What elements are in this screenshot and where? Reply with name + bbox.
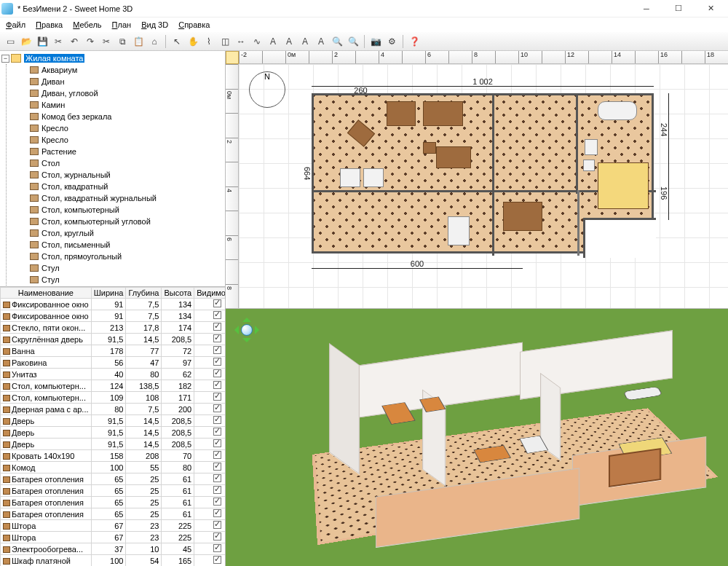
catalog-item[interactable]: Стол [14,157,223,169]
nav-3d-control[interactable] [230,313,264,347]
table-row[interactable]: Электрообогрева...371045 [1,543,226,555]
tool-room[interactable]: ◫ [218,34,232,49]
tool-zoom-out[interactable]: 🔍 [346,34,360,49]
table-row[interactable]: Батарея отопления652561 [1,508,226,520]
bathtub[interactable] [598,101,637,120]
furniture-item[interactable] [423,101,463,126]
visibility-checkbox[interactable] [213,358,221,366]
tool-paste[interactable]: 📋 [131,34,146,49]
menu-Справка[interactable]: Справка [178,20,210,29]
table-row[interactable]: Стол, компьютерн...124138,5182 [1,380,226,392]
nav-right-icon[interactable] [255,326,264,334]
catalog-item[interactable]: Кресло [14,122,223,134]
tool-save[interactable]: 💾 [35,34,50,49]
table-row[interactable]: Кровать 140x19015820870 [1,450,226,462]
catalog-item[interactable]: Диван, угловой [14,87,223,99]
plan-origin-button[interactable] [226,51,239,64]
furniture-item[interactable] [340,168,360,187]
menu-Мебель[interactable]: Мебель [73,20,101,29]
catalog-category[interactable]: −Жилая комната [1,52,223,64]
sink[interactable] [583,160,595,171]
visibility-checkbox[interactable] [213,451,221,459]
furniture-item[interactable] [363,168,384,187]
table-row[interactable]: Фиксированное окно917,5134 [1,310,226,322]
dimension-line[interactable]: 600 [312,259,523,269]
visibility-checkbox[interactable] [213,323,221,331]
tool-zoom-in[interactable]: 🔍 [330,34,344,49]
catalog-item[interactable]: Стол, письменный [14,239,223,251]
plan-canvas[interactable]: N 1 002 260 664 600 324 244 196 96,8 [239,64,728,308]
table-row[interactable]: Дверь91,514,5208,5 [1,427,226,439]
visibility-checkbox[interactable] [213,521,221,529]
table-row[interactable]: Стол, компьютерн...109108171 [1,392,226,404]
table-row[interactable]: Дверь91,514,5208,5 [1,415,226,427]
compass-icon[interactable]: N [249,71,285,108]
tool-add-furn[interactable]: ⌂ [147,34,162,49]
catalog-item[interactable]: Комод без зеркала [14,111,223,122]
catalog-item[interactable]: Кресло [14,134,223,146]
plan-view[interactable]: -20м24681012141618 0м2468 N 1 002 260 66… [226,51,728,309]
menu-Файл[interactable]: Файл [6,20,25,29]
table-row[interactable]: Унитаз408062 [1,369,226,380]
visibility-checkbox[interactable] [213,463,221,471]
visibility-checkbox[interactable] [213,532,221,541]
catalog-item[interactable]: Стол, компьютерный [14,204,223,216]
nav-up-icon[interactable] [242,313,251,322]
tool-cut2[interactable]: ✂ [99,34,114,49]
tool-normal-a[interactable]: A [314,34,328,49]
catalog-item[interactable]: Стол, журнальный [14,169,223,181]
tool-pan[interactable]: ✋ [186,34,200,49]
furniture-catalog-tree[interactable]: −Жилая комнатаАквариумДиванДиван, углово… [0,51,225,287]
house-outline[interactable] [312,93,654,253]
nav-center-icon[interactable] [241,324,253,336]
tool-text-i[interactable]: A [282,34,296,49]
close-button[interactable]: ✕ [695,0,727,17]
furniture-item[interactable] [448,216,470,245]
tool-new[interactable]: ▭ [3,34,17,49]
tool-bold-a[interactable]: A [298,34,312,49]
catalog-item[interactable]: Камин [14,99,223,111]
visibility-checkbox[interactable] [213,299,221,307]
table-row[interactable]: Батарея отопления652561 [1,473,226,485]
table-row[interactable]: Батарея отопления652561 [1,497,226,508]
wall[interactable] [577,190,579,256]
catalog-item[interactable]: Стол, круглый [14,227,223,239]
menu-План[interactable]: План [112,20,132,29]
table-row[interactable]: Штора6723225 [1,532,226,543]
visibility-checkbox[interactable] [213,544,221,552]
visibility-checkbox[interactable] [213,556,221,564]
tool-undo[interactable]: ↶ [67,34,82,49]
table-row[interactable]: Стекло, пяти окон...21317,8174 [1,322,226,334]
table-row[interactable]: Шкаф платяной10054165 [1,555,226,566]
table-row[interactable]: Ванна1787772 [1,345,226,357]
furniture-item[interactable] [436,146,471,168]
minimize-button[interactable]: ─ [630,0,662,17]
tool-wall[interactable]: ⌇ [202,34,216,49]
furniture-item[interactable] [423,142,436,154]
dimension-line[interactable]: 196 [660,166,669,220]
table-row[interactable]: Штора6723225 [1,520,226,532]
tool-redo[interactable]: ↷ [83,34,98,49]
catalog-item[interactable]: Аквариум [14,64,223,76]
view-3d[interactable] [226,309,728,566]
nav-left-icon[interactable] [230,326,239,334]
table-row[interactable]: Батарея отопления652561 [1,485,226,497]
table-row[interactable]: Дверная рама с ар...807,5200 [1,404,226,415]
catalog-item[interactable]: Стол, прямоугольный [14,251,223,262]
toilet[interactable] [585,139,598,155]
furniture-item[interactable] [387,101,416,126]
visibility-checkbox[interactable] [213,311,221,319]
catalog-item[interactable]: Стул [14,274,223,286]
table-row[interactable]: Комод1005580 [1,462,226,473]
collapse-icon[interactable]: − [1,55,9,63]
visibility-checkbox[interactable] [213,404,221,412]
visibility-checkbox[interactable] [213,474,221,482]
visibility-checkbox[interactable] [213,416,221,424]
visibility-checkbox[interactable] [213,334,221,342]
catalog-item[interactable]: Стол, квадратный журнальный [14,192,223,204]
table-row[interactable]: Фиксированное окно917,5134 [1,299,226,310]
table-row[interactable]: Дверь91,514,5208,5 [1,439,226,450]
maximize-button[interactable]: ☐ [662,0,695,17]
menu-Правка[interactable]: Правка [36,20,63,29]
furniture-table[interactable]: НаименованиеШиринаГлубинаВысотаВидимость… [0,287,225,566]
